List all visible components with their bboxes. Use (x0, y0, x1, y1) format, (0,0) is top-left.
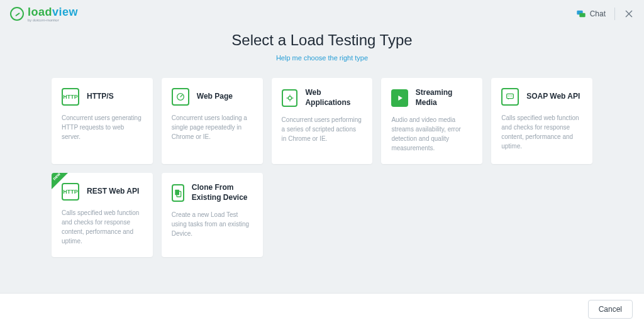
card-title: Web Page (197, 92, 233, 102)
page-title: Select a Load Testing Type (15, 31, 629, 49)
card-desc: Concurrent users performing a series of … (282, 115, 363, 143)
card-http-s[interactable]: HTTP HTTP/S Concurrent users generating … (52, 78, 153, 164)
http-icon: HTTP (62, 88, 79, 106)
svg-point-6 (510, 96, 511, 96)
card-desc: Audio and video media streams availabili… (391, 115, 472, 153)
card-title: Web Applications (305, 88, 362, 107)
brand-logo[interactable]: loadview by dotcom-monitor (10, 6, 78, 22)
footer: Cancel (0, 293, 644, 325)
card-desc: Calls specified web function and checks … (501, 113, 582, 151)
chat-icon (576, 9, 586, 19)
play-icon (391, 89, 408, 107)
svg-rect-1 (579, 13, 585, 18)
card-title: SOAP Web API (526, 92, 580, 102)
new-badge (52, 173, 68, 189)
card-rest-web-api[interactable]: HTTP REST Web API Calls specified web fu… (52, 173, 153, 257)
chat-label: Chat (590, 9, 606, 18)
card-desc: Create a new Load Test using tasks from … (172, 210, 253, 238)
gauge-icon (10, 7, 24, 21)
svg-rect-8 (175, 189, 179, 195)
card-title: Clone From Existing Device (192, 183, 253, 202)
card-title: HTTP/S (87, 92, 114, 102)
clone-icon (172, 184, 184, 202)
help-link[interactable]: Help me choose the right type (15, 54, 629, 62)
card-desc: Concurrent users generating HTTP request… (62, 113, 143, 141)
brand-name-part1: load (28, 6, 52, 18)
brand-tagline: by dotcom-monitor (28, 18, 78, 22)
card-soap-web-api[interactable]: SOAP Web API Calls specified web functio… (491, 78, 592, 164)
card-desc: Calls specified web function and checks … (62, 208, 143, 246)
card-web-applications[interactable]: Web Applications Concurrent users perfor… (272, 78, 373, 164)
close-button[interactable] (624, 9, 634, 19)
brand-name-part2: view (52, 6, 78, 18)
message-icon (501, 88, 519, 106)
svg-point-3 (288, 96, 291, 99)
card-clone-from-existing-device[interactable]: Clone From Existing Device Create a new … (162, 173, 263, 257)
card-title: Streaming Media (416, 88, 472, 107)
test-type-grid: HTTP HTTP/S Concurrent users generating … (52, 78, 592, 257)
close-icon (624, 9, 634, 19)
card-streaming-media[interactable]: Streaming Media Audio and video media st… (381, 78, 482, 164)
cancel-button[interactable]: Cancel (588, 300, 633, 319)
gear-icon (282, 89, 298, 107)
chat-button[interactable]: Chat (576, 9, 606, 19)
card-title: REST Web API (87, 187, 139, 197)
card-desc: Concurrent users loading a single page r… (172, 113, 253, 141)
main-content: Select a Load Testing Type Help me choos… (0, 25, 644, 293)
gauge-icon (172, 88, 189, 106)
brand-text: loadview by dotcom-monitor (28, 6, 78, 22)
card-web-page[interactable]: Web Page Concurrent users loading a sing… (162, 78, 263, 164)
divider (614, 8, 615, 20)
svg-point-7 (511, 96, 512, 96)
svg-point-5 (508, 96, 509, 96)
header-actions: Chat (576, 8, 634, 20)
header: loadview by dotcom-monitor Chat (0, 0, 644, 25)
